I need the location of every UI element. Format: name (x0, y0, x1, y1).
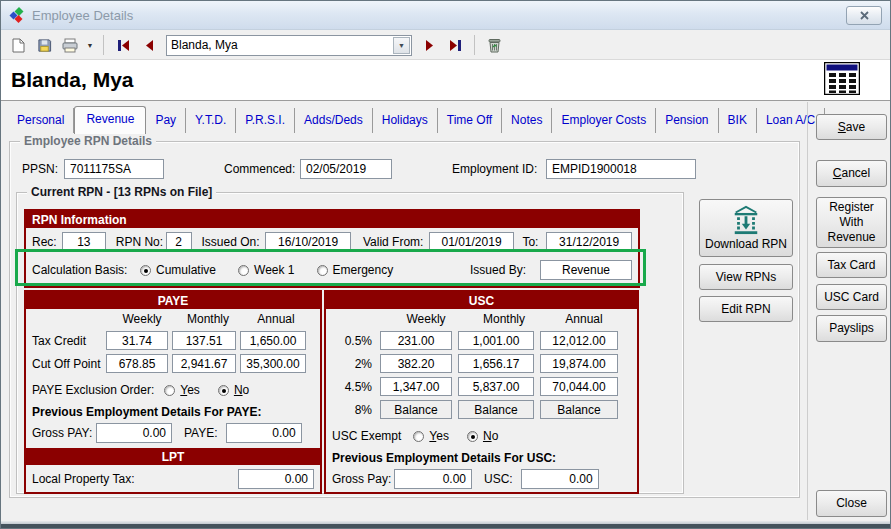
radio-usc-exempt-yes[interactable]: Yes (413, 429, 449, 443)
tab-pension[interactable]: Pension (656, 108, 718, 133)
tab-prsi[interactable]: P.R.S.I. (236, 108, 295, 133)
employee-record-combobox[interactable]: Blanda, Mya ▼ (166, 35, 412, 56)
employment-id-label: Employment ID: (452, 162, 546, 176)
delete-record-button[interactable] (482, 34, 506, 57)
download-rpn-label: Download RPN (705, 237, 787, 252)
usc-weekly-field[interactable]: 231.00 (380, 331, 452, 350)
issued-on-label: Issued On: (201, 235, 265, 249)
valid-from-field[interactable]: 01/01/2019 (429, 232, 515, 252)
view-rpns-button[interactable]: View RPNs (699, 264, 793, 290)
paye-weekly-field[interactable]: 31.74 (106, 331, 168, 350)
usc-column-headers: Weekly Monthly Annual (326, 309, 637, 329)
payslips-button[interactable]: Payslips (816, 315, 887, 342)
save-button[interactable]: Save (816, 114, 887, 140)
register-with-revenue-button[interactable]: Register With Revenue (816, 197, 887, 248)
rec-field[interactable]: 13 (62, 232, 106, 252)
commenced-label: Commenced: (224, 162, 300, 176)
rpn-information-panel: RPN Information Rec: 13 RPN No: 2 Issued… (24, 209, 640, 288)
col-weekly: Weekly (110, 312, 174, 326)
print-button[interactable] (58, 34, 82, 57)
radio-paye-exclusion-yes[interactable]: Yes (164, 383, 200, 397)
download-rpn-button[interactable]: Download RPN (699, 199, 793, 257)
toolbar: ▼ Blanda, Mya ▼ (1, 31, 890, 60)
save-record-button[interactable] (32, 34, 56, 57)
usc-annual-field: Balance (540, 400, 618, 419)
commenced-field[interactable]: 02/05/2019 (300, 159, 392, 179)
usc-card-button[interactable]: USC Card (816, 284, 887, 310)
paye-annual-field[interactable]: 1,650.00 (240, 331, 306, 350)
group-label: Current RPN - [13 RPNs on File] (27, 185, 216, 199)
usc-monthly-field[interactable]: 1,001.00 (458, 331, 534, 350)
tab-revenue[interactable]: Revenue (74, 106, 146, 135)
tab-time-off[interactable]: Time Off (438, 108, 502, 133)
toolbar-separator (474, 35, 475, 55)
col-annual: Annual (242, 312, 310, 326)
radio-cumulative[interactable]: Cumulative (140, 263, 216, 277)
close-button[interactable]: Close (816, 490, 887, 517)
edit-rpn-button[interactable]: Edit RPN (699, 296, 793, 322)
radio-dot-icon (238, 265, 249, 276)
issued-by-field[interactable]: Revenue (540, 260, 632, 280)
page-title: Blanda, Mya (11, 68, 824, 92)
usc-monthly-field: Balance (458, 400, 534, 419)
radio-emergency[interactable]: Emergency (317, 263, 394, 277)
paye-field[interactable]: 0.00 (226, 423, 302, 443)
usc-monthly-field[interactable]: 5,837.00 (458, 377, 534, 396)
paye-monthly-field[interactable]: 2,941.67 (172, 354, 236, 373)
print-options-dropdown-arrow-icon[interactable]: ▼ (84, 34, 96, 57)
tab-adds-deds[interactable]: Adds/Deds (295, 108, 373, 133)
tax-card-button[interactable]: Tax Card (816, 252, 887, 278)
employee-header: Blanda, Mya (1, 60, 890, 101)
radio-usc-exempt-no[interactable]: No (467, 429, 498, 443)
new-record-button[interactable] (6, 34, 30, 57)
valid-to-field[interactable]: 31/12/2019 (546, 232, 632, 252)
radio-week1[interactable]: Week 1 (238, 263, 294, 277)
tab-notes[interactable]: Notes (502, 108, 552, 133)
ppsn-field[interactable]: 7011175SA (64, 159, 164, 179)
paye-previous-row: Gross PAY: 0.00 PAYE: 0.00 (26, 420, 320, 446)
rpn-information-header: RPN Information (26, 211, 638, 228)
tab-personal[interactable]: Personal (8, 108, 74, 133)
next-record-icon (425, 40, 434, 51)
tab-employer-costs[interactable]: Employer Costs (552, 108, 656, 133)
previous-record-button[interactable] (137, 34, 161, 57)
gross-pay-field[interactable]: 0.00 (96, 423, 172, 443)
usc-annual-field[interactable]: 12,012.00 (540, 331, 618, 350)
paye-monthly-field[interactable]: 137.51 (172, 331, 236, 350)
paye-weekly-field[interactable]: 678.85 (106, 354, 168, 373)
rpn-no-field[interactable]: 2 (166, 232, 192, 252)
gross-pay-field[interactable]: 0.00 (394, 469, 472, 489)
radio-paye-exclusion-no[interactable]: No (218, 383, 249, 397)
cancel-button[interactable]: Cancel (816, 160, 887, 187)
row-label: 0.5% (326, 334, 380, 348)
lpt-field[interactable]: 0.00 (238, 469, 314, 489)
last-record-button[interactable] (443, 34, 467, 57)
issued-on-field[interactable]: 16/10/2019 (265, 232, 351, 252)
close-window-button[interactable] (846, 6, 882, 25)
table-row: 2% 382.20 1,656.17 19,874.00 (326, 352, 637, 375)
next-record-button[interactable] (417, 34, 441, 57)
combobox-dropdown-arrow-icon[interactable]: ▼ (393, 37, 410, 54)
usc-annual-field[interactable]: 19,874.00 (540, 354, 618, 373)
usc-weekly-field[interactable]: 382.20 (380, 354, 452, 373)
calculator-grid-icon[interactable] (824, 62, 860, 99)
usc-annual-field[interactable]: 70,044.00 (540, 377, 618, 396)
tab-holidays[interactable]: Holidays (373, 108, 438, 133)
usc-monthly-field[interactable]: 1,656.17 (458, 354, 534, 373)
printer-icon (61, 38, 79, 53)
tab-loan-ac[interactable]: Loan A/C (757, 108, 825, 133)
tab-pay[interactable]: Pay (146, 108, 186, 133)
rpn-no-label: RPN No: (116, 235, 166, 249)
paye-annual-field[interactable]: 35,300.00 (240, 354, 306, 373)
usc-weekly-field[interactable]: 1,347.00 (380, 377, 452, 396)
tab-bik[interactable]: BIK (719, 108, 757, 133)
radio-label: Cumulative (156, 263, 216, 277)
tab-ytd[interactable]: Y.T.D. (186, 108, 236, 133)
employment-id-field[interactable]: EMPID1900018 (546, 159, 696, 179)
download-rpn-icon (730, 205, 762, 235)
save-floppy-icon (37, 38, 52, 53)
tab-strip: Personal Revenue Pay Y.T.D. P.R.S.I. Add… (1, 102, 805, 133)
first-record-button[interactable] (111, 34, 135, 57)
usc-field[interactable]: 0.00 (521, 469, 599, 489)
radio-dot-icon (413, 431, 424, 442)
